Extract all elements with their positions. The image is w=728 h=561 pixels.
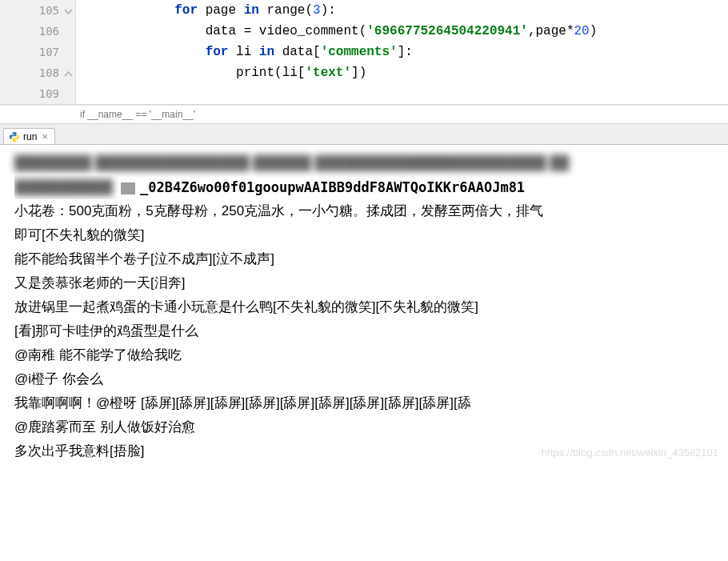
breadcrumb[interactable]: if __name__ == '__main__' [0, 105, 728, 124]
console-line: ████████████ _02B4Z6wo00f01gooupwAAIBB9d… [14, 175, 720, 199]
console-output[interactable]: ████████ ████████████████ ██████ ███████… [0, 145, 728, 471]
line-number: 105 [39, 4, 59, 17]
console-line: ████████ ████████████████ ██████ ███████… [14, 151, 720, 175]
line-number: 108 [39, 66, 59, 79]
console-line: 放进锅里一起煮鸡蛋的卡通小玩意是什么鸭[不失礼貌的微笑][不失礼貌的微笑] [14, 295, 720, 319]
code-line[interactable]: 108 print(li['text']) [0, 62, 728, 83]
code-line[interactable]: 109 [0, 83, 728, 104]
close-icon[interactable]: × [42, 130, 48, 142]
gutter[interactable]: 109 [0, 83, 76, 104]
console-line: 我靠啊啊啊！@橙呀 [舔屏][舔屏][舔屏][舔屏][舔屏][舔屏][舔屏][舔… [14, 391, 720, 415]
breadcrumb-text: if __name__ == '__main__' [80, 109, 195, 120]
console-line: 即可[不失礼貌的微笑] [14, 223, 720, 247]
fold-start-icon[interactable] [63, 6, 74, 16]
watermark-text: https://blog.csdn.net/weixin_43582101 [542, 441, 718, 465]
line-number: 107 [39, 46, 59, 58]
console-line: 又是羡慕张老师的一天[泪奔] [14, 271, 720, 295]
code-content[interactable]: print(li['text']) [76, 66, 366, 80]
code-line[interactable]: 107 for li in data['comments']: [0, 42, 728, 62]
line-number: 106 [39, 25, 59, 38]
code-content[interactable]: for li in data['comments']: [76, 45, 413, 59]
console-line: 小花卷：500克面粉，5克酵母粉，250克温水，一小勺糖。揉成团，发酵至两倍大，… [14, 199, 720, 223]
code-content[interactable]: for page in range(3): [76, 3, 336, 18]
tool-window-tab-bar: run × [0, 124, 728, 145]
gutter[interactable]: 108 [0, 62, 76, 83]
gutter[interactable]: 107 [0, 42, 76, 62]
fold-end-icon[interactable] [63, 68, 74, 78]
run-tab[interactable]: run × [3, 128, 55, 144]
run-tab-label: run [23, 131, 37, 142]
code-content[interactable]: data = video_comment('696677526450422094… [76, 24, 597, 38]
console-line: @i橙子 你会么 [14, 367, 720, 391]
console-line: @鹿踏雾而至 别人做饭好治愈 [14, 415, 720, 439]
line-number: 109 [39, 87, 59, 100]
code-line[interactable]: 105 for page in range(3): [0, 0, 728, 21]
console-line: @南稚 能不能学了做给我吃 [14, 343, 720, 367]
gutter[interactable]: 106 [0, 21, 76, 42]
console-line: [看]那可卡哇伊的鸡蛋型是什么 [14, 319, 720, 343]
code-line[interactable]: 106 data = video_comment('69667752645042… [0, 21, 728, 42]
console-line: 能不能给我留半个卷子[泣不成声][泣不成声] [14, 247, 720, 271]
code-editor[interactable]: 105 for page in range(3):106 data = vide… [0, 0, 728, 105]
gutter[interactable]: 105 [0, 0, 76, 21]
python-icon [9, 131, 20, 142]
